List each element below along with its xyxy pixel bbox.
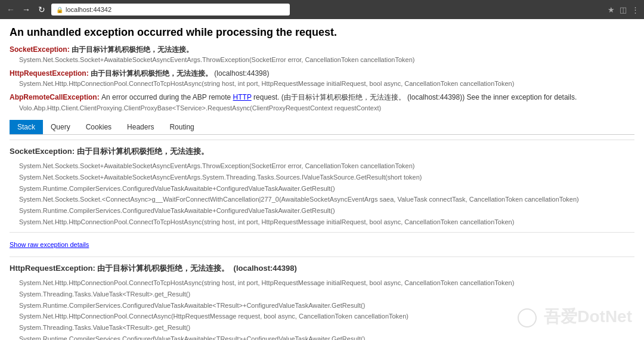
abp-error-en: An error occurred during the ABP remote xyxy=(101,93,233,101)
extensions-icon[interactable]: ◫ xyxy=(620,5,627,14)
stack-socket-line-6: System.Net.Http.HttpConnectionPool.Conne… xyxy=(19,217,634,228)
stack-socket-line-5: System.Runtime.CompilerServices.Configur… xyxy=(19,205,634,217)
tab-query[interactable]: Query xyxy=(43,120,78,134)
forward-button[interactable]: → xyxy=(20,5,32,14)
divider-http xyxy=(10,256,634,257)
url-text: localhost:44342 xyxy=(66,6,112,13)
tab-headers[interactable]: Headers xyxy=(119,120,162,134)
stack-http-line-6: System.Runtime.CompilerServices.Configur… xyxy=(19,333,634,340)
show-raw-link[interactable]: Show raw exception details xyxy=(10,241,89,248)
http-stack-line: System.Net.Http.HttpConnectionPool.Conne… xyxy=(19,79,634,89)
stack-http-line-2: System.Threading.Tasks.ValueTask<TResult… xyxy=(19,289,634,300)
stack-http-title: HttpRequestException: 由于目标计算机积极拒绝，无法连接。 … xyxy=(10,263,634,274)
abp-stack-line: Volo.Abp.Http.Client.ClientProxying.Clie… xyxy=(19,104,634,112)
abp-error-line: AbpRemoteCallException: An error occurre… xyxy=(10,92,634,103)
socket-stack-line: System.Net.Sockets.Socket+AwaitableSocke… xyxy=(19,55,634,65)
address-bar[interactable]: 🔒 localhost:44342 xyxy=(51,4,290,16)
bookmark-icon[interactable]: ★ xyxy=(608,5,615,14)
stack-socket-line-3: System.Runtime.CompilerServices.Configur… xyxy=(19,183,634,194)
http-exception-host: (localhost:44398) xyxy=(212,69,269,78)
abp-exception-type: AbpRemoteCallException: xyxy=(10,93,101,101)
lock-icon: 🔒 xyxy=(56,7,63,13)
socket-exception-type: SocketException: xyxy=(10,45,72,54)
abp-exception-summary: AbpRemoteCallException: An error occurre… xyxy=(10,92,634,112)
stack-socket-line-4: System.Net.Sockets.Socket.<ConnectAsync>… xyxy=(19,194,634,205)
http-exception-cn: 由于目标计算机积极拒绝，无法连接。 xyxy=(91,69,212,78)
back-button[interactable]: ← xyxy=(5,5,17,14)
divider-raw xyxy=(10,232,634,233)
page-content: An unhandled exception occurred while pr… xyxy=(0,19,644,340)
abp-see-inner: See the inner exception for details. xyxy=(466,93,577,101)
socket-exception-cn: 由于目标计算机积极拒绝，无法连接。 xyxy=(72,45,193,54)
stack-http-line-4: System.Net.Http.HttpConnectionPool.Conne… xyxy=(19,311,634,322)
browser-actions: ★ ◫ ⋮ xyxy=(608,5,639,14)
http-link[interactable]: HTTP xyxy=(233,93,252,101)
stack-http-line-1: System.Net.Http.HttpConnectionPool.Conne… xyxy=(19,277,634,289)
stack-http-line-3: System.Runtime.CompilerServices.Configur… xyxy=(19,300,634,311)
stack-http-line-5: System.Threading.Tasks.ValueTask<TResult… xyxy=(19,322,634,333)
http-exception-type: HttpRequestException: xyxy=(10,69,91,78)
tab-routing[interactable]: Routing xyxy=(162,120,202,134)
divider-top xyxy=(10,140,634,140)
menu-icon[interactable]: ⋮ xyxy=(631,5,639,14)
http-exception-summary: HttpRequestException: 由于目标计算机积极拒绝，无法连接。 … xyxy=(10,69,634,89)
stack-socket-line-1: System.Net.Sockets.Socket+AwaitableSocke… xyxy=(19,160,634,172)
browser-chrome: ← → ↻ 🔒 localhost:44342 ★ ◫ ⋮ xyxy=(0,0,644,19)
tabs-bar: Stack Query Cookies Headers Routing xyxy=(10,120,634,135)
tab-stack[interactable]: Stack xyxy=(10,120,43,134)
page-title: An unhandled exception occurred while pr… xyxy=(10,26,634,39)
stack-socket-line-2: System.Net.Sockets.Socket+AwaitableSocke… xyxy=(19,172,634,183)
stack-socket-title: SocketException: 由于目标计算机积极拒绝，无法连接。 xyxy=(10,146,634,157)
abp-error-en2: request. (由于目标计算机积极拒绝，无法连接。 xyxy=(253,93,407,101)
abp-host: (localhost:44398)) xyxy=(407,93,466,101)
socket-exception-summary: SocketException: 由于目标计算机积极拒绝，无法连接。 Syste… xyxy=(10,45,634,65)
reload-button[interactable]: ↻ xyxy=(36,5,48,14)
tab-cookies[interactable]: Cookies xyxy=(78,120,119,134)
